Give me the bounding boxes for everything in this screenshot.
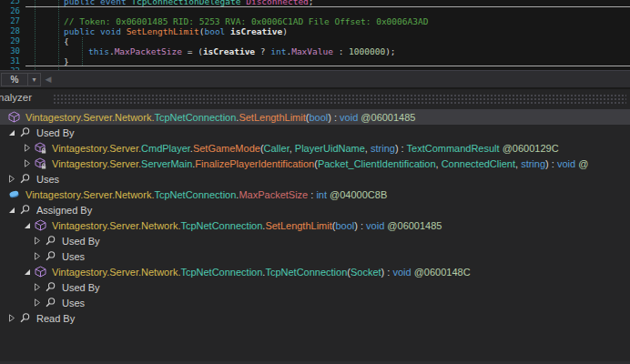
search-icon [45,235,62,247]
text-segment: Assigned By [36,205,92,216]
expander-closed-icon[interactable] [33,298,45,308]
code-line[interactable]: 25public event TcpConnectionDelegate Dis… [0,0,630,6]
text-segment: void [392,267,411,278]
panel-grip-dots [53,94,626,104]
code-line[interactable]: 27// Token: 0x06001485 RID: 5253 RVA: 0x… [0,16,630,26]
code-line[interactable]: 30this.MaxPacketSize = (isCreative ? int… [0,46,630,56]
node-finalizeplayeridentification[interactable]: Vintagestory.Server.ServerMain.FinalizeP… [0,156,630,171]
node-tcpnetconnection-ctor[interactable]: Vintagestory.Server.Network.TcpNetConnec… [0,264,630,279]
text-segment: SetLengthLimit [265,220,331,231]
expander-open-icon[interactable] [7,205,19,215]
text-segment: Used By [62,236,100,247]
text-segment: Socket [351,267,381,278]
text-segment: ) : [381,267,393,278]
node-setlengthlimit-root[interactable]: Vintagestory.Server.Network.TcpNetConnec… [0,109,630,125]
text-segment: ) : [545,158,557,169]
text-segment: 1000000 [349,46,385,56]
method-boundary-line [25,6,630,7]
chevron-down-icon: ▾ [32,76,36,84]
expander-closed-icon[interactable] [33,236,45,246]
text-segment: public void [64,26,127,36]
text-segment: = ( [182,46,203,56]
node-read-by[interactable]: Read By [0,310,630,326]
text-segment: bool [309,112,328,123]
text-segment: void [366,220,384,231]
node-label: Uses [36,174,630,185]
horizontal-scrollbar[interactable] [55,73,630,86]
code-text: public void SetLengthLimit(bool isCreati… [20,26,630,36]
text-segment: TcpNetConnection [180,220,262,231]
expander-closed-icon[interactable] [7,313,19,323]
node-label: Vintagestory.Server.Network.TcpNetConnec… [52,267,630,278]
node-label: Uses [62,251,630,262]
expander-closed-icon[interactable] [33,282,45,292]
node-assigned-by[interactable]: Assigned By [0,202,630,217]
node-label: Assigned By [36,205,630,216]
line-number: 30 [0,46,20,56]
text-segment: ) [282,26,288,36]
node-label: Uses [62,298,630,308]
expander-closed-icon[interactable] [33,251,45,261]
text-segment: Used By [36,127,75,138]
text-segment: string [371,143,395,154]
code-editor[interactable]: 25public event TcpConnectionDelegate Dis… [0,0,630,87]
node-used-by[interactable]: Used By [0,279,630,295]
text-segment: ; [309,0,314,6]
text-segment: @ [578,158,588,169]
expander-closed-icon[interactable] [7,174,19,184]
code-line[interactable]: 28public void SetLengthLimit(bool isCrea… [0,26,630,36]
node-label: Vintagestory.Server.CmdPlayer.SetGameMod… [52,143,630,154]
method-boundary-line [25,66,630,66]
text-segment: ServerMain [141,158,192,169]
node-uses[interactable]: Uses [0,248,630,264]
expander-closed-icon[interactable] [23,158,35,168]
text-segment: TcpNetConnection [154,112,236,123]
node-setlengthlimit[interactable]: Vintagestory.Server.Network.TcpNetConnec… [0,217,630,233]
text-segment: Vintagestory.Server.Network. [52,220,180,231]
panel-title: nalyzer [0,92,32,103]
line-number: 27 [0,16,20,26]
analyzer-panel: nalyzer Vintagestory.Server.Network.TcpN… [0,87,630,364]
text-segment: Uses [36,174,59,185]
text-segment: void [340,112,358,123]
node-uses[interactable]: Uses [0,295,630,310]
code-line[interactable]: 29{ [0,36,630,46]
text-segment: Vintagestory.Server.Network. [52,267,180,278]
node-label: Vintagestory.Server.Network.TcpNetConnec… [25,112,630,123]
zoom-dropdown-button[interactable]: ▾ [27,73,41,86]
node-maxpacketsize[interactable]: Vintagestory.Server.Network.TcpNetConnec… [0,187,630,202]
node-setgamemode[interactable]: Vintagestory.Server.CmdPlayer.SetGameMod… [0,140,630,156]
text-segment: public event [64,0,131,6]
method-lock-icon [35,157,52,169]
text-segment: ) : [328,112,340,123]
text-segment: { [64,36,69,46]
text-segment: int [270,46,286,56]
expander-open-icon[interactable] [23,267,35,277]
zoom-level-select[interactable]: % [1,73,28,86]
text-segment: ConnectedClient [442,158,515,169]
text-segment: CmdPlayer [141,143,190,154]
node-uses[interactable]: Uses [0,171,630,187]
text-segment: Used By [62,282,100,293]
text-segment: : [308,189,316,200]
text-segment: ) : [354,220,366,231]
scrollbar-left-button[interactable]: ◀ [42,73,55,86]
expander-closed-icon[interactable] [23,143,35,153]
node-used-by[interactable]: Used By [0,125,630,140]
text-segment: string [521,158,545,169]
text-segment: MaxValue [291,46,333,56]
code-line[interactable]: 26 [0,6,630,16]
text-segment: TcpNetConnection [180,267,262,278]
text-segment: : [333,46,349,56]
code-text: public event TcpConnectionDelegate Disco… [20,0,630,6]
expander-open-icon[interactable] [23,220,35,230]
node-label: Vintagestory.Server.Network.TcpNetConnec… [52,220,630,231]
node-used-by[interactable]: Used By [0,233,630,248]
editor-bottom-bar: % ▾ ◀ [0,70,630,87]
node-label: Used By [62,236,630,247]
text-segment: Vintagestory.Server. [52,143,141,154]
analyzer-title-bar[interactable]: nalyzer [0,89,630,107]
text-segment: Vintagestory.Server. [52,158,141,169]
expander-open-icon[interactable] [7,127,19,137]
text-segment: PlayerUidName [295,143,365,154]
